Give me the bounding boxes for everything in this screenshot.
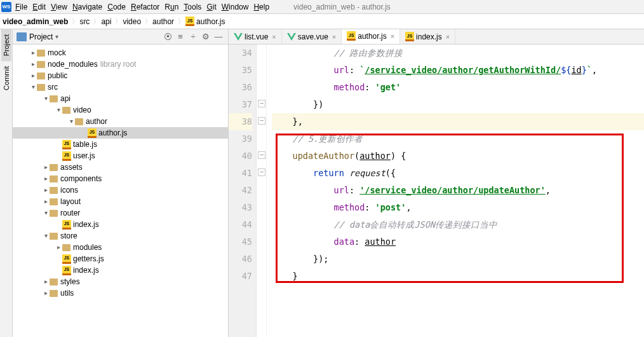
line-gutter: 34 35 36 37 38 39 40 41 42 43 44 45 46 4… — [229, 45, 257, 337]
tree-store-index[interactable]: JSindex.js — [13, 265, 228, 276]
editor-tabs: list.vue× save.vue× JSauthor.js× JSindex… — [229, 29, 644, 45]
folder-icon — [50, 198, 58, 205]
tree-components[interactable]: ▸components — [13, 173, 228, 184]
fold-mark-icon[interactable]: − — [258, 100, 265, 107]
js-icon: JS — [62, 254, 71, 264]
crumb-src[interactable]: src — [79, 17, 90, 26]
menu-window[interactable]: Window — [222, 3, 249, 11]
project-tool-tab[interactable]: Project — [1, 29, 11, 61]
close-icon[interactable]: × — [332, 33, 336, 41]
fold-mark-icon[interactable]: − — [258, 151, 265, 159]
folder-icon — [50, 290, 58, 297]
tab-save-vue[interactable]: save.vue× — [282, 29, 342, 44]
js-icon: JS — [88, 128, 97, 138]
folder-icon — [37, 61, 45, 68]
code-line[interactable]: // 5.更新创作者 — [272, 130, 644, 148]
collapse-icon[interactable]: ÷ — [187, 31, 199, 43]
code-line[interactable]: url: `/service_video/author/getAuthorWit… — [272, 62, 644, 79]
tree-mock[interactable]: ▸mock — [13, 47, 228, 58]
code-lines[interactable]: // 路由参数拼接 url: `/service_video/author/ge… — [267, 45, 644, 337]
tree-utils[interactable]: ▸utils — [13, 287, 228, 299]
code-editor[interactable]: 34 35 36 37 38 39 40 41 42 43 44 45 46 4… — [229, 45, 644, 337]
code-line[interactable]: return request({ — [272, 165, 644, 182]
folder-icon — [62, 107, 70, 114]
chevron-right-icon: 〉 — [72, 17, 78, 26]
tree-node-modules[interactable]: ▸node_moduleslibrary root — [13, 58, 228, 70]
tree-store-modules[interactable]: ▸modules — [13, 242, 228, 253]
menu-tools[interactable]: Tools — [184, 3, 201, 11]
tab-index-js[interactable]: JSindex.js× — [400, 29, 455, 44]
folder-icon — [50, 164, 58, 171]
commit-tool-tab[interactable]: Commit — [1, 61, 11, 95]
menu-git[interactable]: Git — [206, 3, 216, 11]
webstorm-icon: WS — [1, 2, 11, 12]
select-opened-icon[interactable]: ⦿ — [162, 31, 173, 43]
code-line[interactable]: url: '/service_video/author/updateAuthor… — [272, 182, 644, 199]
code-line[interactable]: updateAuthor(author) { — [272, 148, 644, 165]
code-line[interactable]: // 路由参数拼接 — [272, 45, 644, 62]
menu-navigate[interactable]: Navigate — [72, 3, 102, 11]
tree-router[interactable]: ▾router — [13, 207, 228, 219]
fold-column[interactable]: − − − − — [257, 45, 267, 337]
tree-user-js[interactable]: JSuser.js — [13, 150, 228, 162]
tree-router-index[interactable]: JSindex.js — [13, 219, 228, 230]
close-icon[interactable]: × — [272, 33, 276, 41]
code-line[interactable]: }) — [272, 96, 644, 113]
hide-icon[interactable]: — — [213, 31, 224, 43]
tree-layout[interactable]: ▸layout — [13, 196, 228, 207]
crumb-file[interactable]: JSauthor.js — [185, 17, 225, 26]
menu-run[interactable]: Run — [164, 3, 178, 11]
tree-getters-js[interactable]: JSgetters.js — [13, 253, 228, 265]
tree-api[interactable]: ▾api — [13, 93, 228, 104]
fold-mark-icon[interactable]: − — [258, 117, 265, 125]
js-icon: JS — [405, 32, 414, 41]
code-line[interactable]: }, — [272, 113, 644, 130]
code-line[interactable]: // data会自动转成JSON传递到接口当中 — [272, 216, 644, 233]
vue-icon — [234, 33, 243, 41]
crumb-root[interactable]: video_admin_web — [3, 17, 68, 26]
folder-icon — [50, 175, 58, 182]
tab-list-vue[interactable]: list.vue× — [229, 29, 282, 44]
tree-public[interactable]: ▸public — [13, 70, 228, 81]
vue-icon — [287, 33, 296, 41]
close-icon[interactable]: × — [391, 32, 394, 40]
tree-author-folder[interactable]: ▾author — [13, 116, 228, 127]
folder-icon — [37, 50, 45, 57]
folder-icon — [50, 210, 58, 217]
tree-video[interactable]: ▾video — [13, 104, 228, 116]
folder-icon — [75, 118, 83, 125]
tree-store[interactable]: ▾store — [13, 230, 228, 242]
code-line[interactable]: method: 'post', — [272, 199, 644, 216]
folder-icon — [50, 233, 58, 240]
code-line[interactable]: }); — [272, 251, 644, 268]
menu-code[interactable]: Code — [107, 3, 126, 11]
gear-icon[interactable]: ⚙ — [200, 31, 211, 43]
menu-file[interactable]: FFileile — [15, 3, 27, 11]
crumb-api[interactable]: api — [101, 17, 111, 26]
code-line[interactable]: } — [272, 268, 644, 285]
project-tree[interactable]: ▸mock ▸node_moduleslibrary root ▸public … — [13, 45, 228, 337]
code-line[interactable]: data: author — [272, 233, 644, 251]
tree-assets[interactable]: ▸assets — [13, 162, 228, 173]
menu-help[interactable]: Help — [253, 3, 269, 11]
menu-edit[interactable]: Edit — [32, 3, 46, 11]
tree-icons[interactable]: ▸icons — [13, 184, 228, 196]
close-icon[interactable]: × — [446, 33, 450, 41]
project-panel-dropdown[interactable]: ▾ — [55, 33, 58, 40]
folder-icon — [62, 244, 70, 251]
menu-view[interactable]: View — [51, 3, 67, 11]
js-icon: JS — [62, 151, 71, 161]
tree-table-js[interactable]: JStable.js — [13, 139, 228, 150]
menu-refactor[interactable]: Refactor — [131, 3, 159, 11]
code-line[interactable]: method: 'get' — [272, 79, 644, 96]
crumb-video[interactable]: video — [123, 17, 141, 26]
chevron-right-icon: 〉 — [93, 17, 100, 26]
tree-styles[interactable]: ▸styles — [13, 276, 228, 287]
chevron-right-icon: 〉 — [115, 17, 121, 26]
tree-author-js[interactable]: JSauthor.js — [13, 127, 228, 139]
crumb-author[interactable]: author — [152, 17, 174, 26]
tab-author-js[interactable]: JSauthor.js× — [342, 29, 400, 44]
expand-all-icon[interactable]: ≡ — [175, 31, 186, 43]
fold-mark-icon[interactable]: − — [258, 168, 265, 176]
tree-src[interactable]: ▾src — [13, 81, 228, 93]
